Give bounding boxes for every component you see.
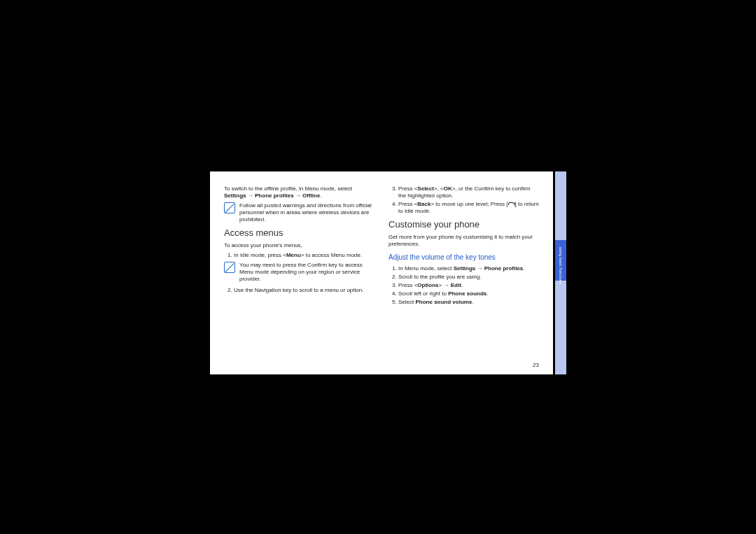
subheading-volume: Adjust the volume of the key tones [388, 253, 539, 262]
steps-list-cont: Press <Select>, <OK>, or the Confirm key… [388, 185, 539, 215]
bold: Phone profiles [484, 265, 524, 272]
text: > to move up one level; Press [ [430, 201, 507, 207]
steps-list: In Idle mode, press <Menu> to access Men… [224, 252, 374, 294]
text: To switch to the offline profile, in Men… [224, 185, 352, 192]
bold: Menu [286, 252, 301, 258]
bold: Offline [302, 192, 320, 199]
text: Select [398, 299, 415, 305]
offline-intro: To switch to the offline profile, in Men… [224, 185, 374, 199]
side-tab-strip: using basic functions [555, 171, 566, 374]
text: In Idle mode, press < [234, 252, 286, 258]
right-column: Press <Select>, <OK>, or the Confirm key… [382, 171, 553, 374]
text: Scroll left or right to [398, 290, 448, 297]
heading-customise: Customise your phone [388, 219, 539, 230]
text: > → [439, 282, 451, 288]
text: Press < [398, 201, 417, 207]
list-item: Use the Navigation key to scroll to a me… [234, 287, 374, 294]
arrow: → [475, 265, 484, 272]
text: In Menu mode, select [398, 265, 454, 272]
text: Press < [398, 185, 417, 192]
list-item: Press <Options> → Edit. [398, 282, 539, 289]
list-item: In Idle mode, press <Menu> to access Men… [234, 252, 374, 283]
bold: Back [417, 201, 430, 207]
end-call-icon [508, 202, 515, 206]
text: >, < [434, 185, 444, 192]
bold: OK [444, 185, 452, 192]
page-number: 23 [533, 362, 539, 369]
adjust-steps: In Menu mode, select Settings → Phone pr… [388, 265, 539, 306]
arrow: → [295, 192, 302, 199]
note-block: Follow all posted warnings and direction… [224, 202, 374, 223]
note-icon [224, 262, 235, 273]
list-item: In Menu mode, select Settings → Phone pr… [398, 265, 539, 272]
manual-page: To switch to the offline profile, in Men… [210, 171, 553, 374]
note-block: You may need to press the Confirm key to… [224, 262, 374, 283]
side-tab-label: using basic functions [555, 245, 566, 286]
text: Press < [398, 282, 417, 288]
bold: Phone sound volume [415, 299, 472, 305]
subtext: Get more from your phone by customising … [388, 234, 539, 248]
subtext: To access your phone's menus, [224, 242, 374, 249]
bold: Phone profiles [255, 192, 294, 199]
bold: Phone sounds [448, 290, 486, 297]
bold: Edit [451, 282, 461, 288]
arrow: → [248, 192, 255, 199]
note-text: Follow all posted warnings and direction… [239, 202, 374, 223]
list-item: Press <Back> to move up one level; Press… [398, 201, 539, 215]
left-column: To switch to the offline profile, in Men… [210, 171, 382, 374]
bold: Settings [454, 265, 476, 272]
bold: Options [417, 282, 438, 288]
list-item: Scroll left or right to Phone sounds. [398, 290, 539, 297]
list-item: Press <Select>, <OK>, or the Confirm key… [398, 185, 539, 199]
bold: Settings [224, 192, 246, 199]
note-icon [224, 202, 235, 213]
text: > to access Menu mode. [301, 252, 362, 258]
heading-access-menus: Access menus [224, 227, 374, 239]
note-text: You may need to press the Confirm key to… [239, 262, 374, 283]
list-item: Scroll to the profile you are using. [398, 274, 539, 281]
bold: Select [417, 185, 434, 192]
list-item: Select Phone sound volume. [398, 299, 539, 306]
